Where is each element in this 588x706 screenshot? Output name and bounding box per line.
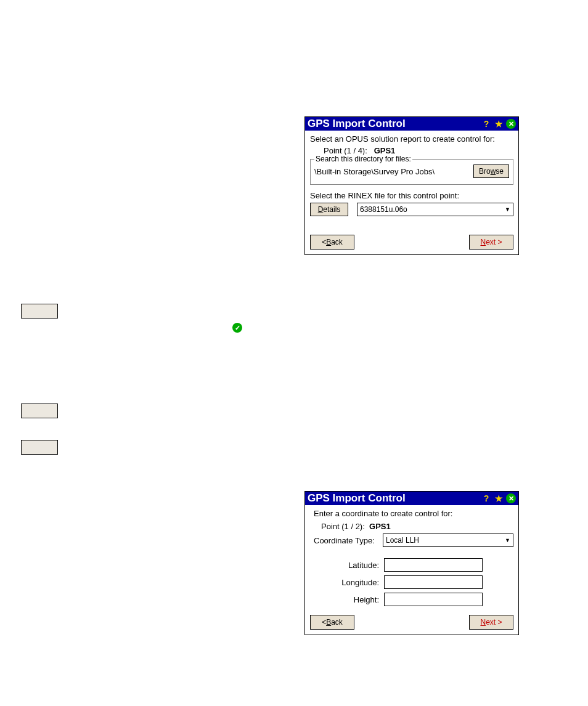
search-path-text: \Built-in Storage\Survey Pro Jobs\ — [314, 167, 470, 176]
point-name: GPS1 — [374, 146, 396, 155]
title-text: GPS Import Control — [308, 118, 481, 130]
help-icon[interactable]: ? — [481, 119, 491, 129]
chevron-down-icon: ▼ — [505, 535, 510, 546]
dialog-gps-import-2: GPS Import Control ? ★ ✕ Enter a coordin… — [304, 491, 519, 635]
height-input[interactable] — [384, 593, 483, 606]
rinex-file-value: 6388151u.06o — [360, 204, 407, 215]
search-directory-group: Search this directory for files: \Built-… — [310, 159, 513, 185]
point-name: GPS1 — [369, 522, 391, 531]
dialog-gps-import-1: GPS Import Control ? ★ ✕ Select an OPUS … — [304, 116, 519, 255]
browse-button[interactable]: Browse — [473, 164, 509, 178]
back-button[interactable]: < Back — [310, 235, 354, 250]
coordinate-type-value: Local LLH — [386, 535, 419, 546]
latitude-label: Latitude: — [310, 561, 384, 570]
prompt-text: Select an OPUS solution report to create… — [310, 134, 513, 144]
star-icon[interactable]: ★ — [494, 119, 504, 129]
doc-button-1 — [21, 304, 58, 319]
point-index-label: Point (1 / 4): — [324, 146, 367, 155]
title-bar: GPS Import Control ? ★ ✕ — [305, 492, 518, 505]
check-icon: ✓ — [232, 323, 242, 333]
close-icon[interactable]: ✕ — [506, 493, 516, 503]
title-bar: GPS Import Control ? ★ ✕ — [305, 117, 518, 131]
search-directory-legend: Search this directory for files: — [314, 155, 412, 163]
back-button[interactable]: < Back — [310, 615, 354, 630]
longitude-input[interactable] — [384, 575, 483, 589]
doc-button-3 — [21, 440, 58, 455]
details-button[interactable]: Details — [310, 203, 348, 216]
rinex-file-select[interactable]: 6388151u.06o ▼ — [357, 203, 513, 216]
chevron-down-icon: ▼ — [505, 204, 510, 215]
next-button[interactable]: Next > — [469, 235, 513, 250]
point-index-label: Point (1 / 2): — [321, 522, 365, 531]
coordinate-type-select[interactable]: Local LLH ▼ — [383, 534, 513, 547]
latitude-input[interactable] — [384, 558, 483, 572]
coordinate-type-label: Coordinate Type: — [310, 536, 383, 545]
help-icon[interactable]: ? — [481, 493, 491, 503]
select-rinex-label: Select the RINEX file for this control p… — [310, 191, 513, 200]
next-button[interactable]: Next > — [469, 615, 513, 630]
title-text: GPS Import Control — [308, 492, 481, 505]
star-icon[interactable]: ★ — [494, 493, 504, 503]
doc-button-2 — [21, 404, 58, 418]
close-icon[interactable]: ✕ — [506, 119, 516, 129]
longitude-label: Longitude: — [310, 578, 384, 587]
prompt-text: Enter a coordinate to create control for… — [310, 509, 513, 518]
height-label: Height: — [310, 595, 384, 604]
